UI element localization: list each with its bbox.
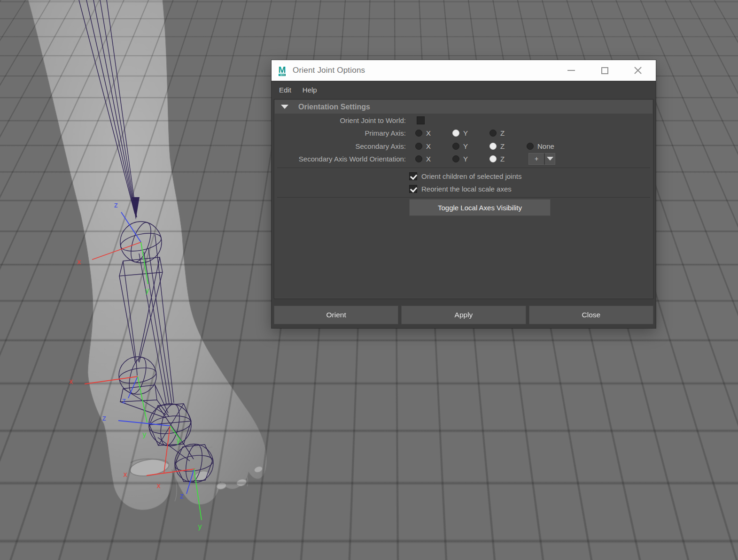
maximize-button[interactable] (595, 62, 614, 78)
primary-axis-x[interactable]: X (415, 129, 452, 137)
checkbox-label: Reorient the local scale axes (421, 185, 512, 193)
axis-label-z: z (114, 202, 118, 209)
collapse-arrow-icon (281, 105, 288, 109)
secondary-axis-y[interactable]: Y (452, 142, 489, 150)
sign-dropdown-value[interactable]: + (528, 153, 544, 165)
world-orientation-z[interactable]: Z (489, 155, 527, 163)
axis-label-y: y (145, 287, 149, 294)
sign-dropdown[interactable]: + (528, 153, 555, 165)
axis-label-x: x (123, 471, 127, 478)
radio-label: None (537, 142, 554, 150)
dialog-menubar: Edit Help (272, 81, 656, 99)
radio-button[interactable] (489, 155, 497, 162)
primary-axis-y[interactable]: Y (452, 129, 489, 137)
minimize-button[interactable] (562, 62, 581, 78)
radio-button[interactable] (452, 143, 459, 150)
orient-button[interactable]: Orient (274, 306, 398, 324)
secondary-axis-x[interactable]: X (415, 142, 452, 150)
radio-button[interactable] (415, 155, 422, 162)
row-orient-joint-to-world: Orient Joint to World: (274, 115, 653, 126)
field-label: Orient Joint to World: (274, 116, 411, 124)
primary-axis-z[interactable]: Z (489, 129, 527, 137)
row-primary-axis: Primary Axis: X Y Z (274, 127, 653, 138)
row-secondary-axis: Secondary Axis: X Y Z None (274, 140, 653, 152)
radio-button[interactable] (527, 143, 534, 150)
field-label: Primary Axis: (274, 129, 411, 137)
toggle-local-axes-button[interactable]: Toggle Local Axes Visibility (409, 199, 551, 216)
secondary-axis-z[interactable]: Z (489, 142, 527, 150)
window-title: Orient Joint Options (293, 66, 365, 75)
chevron-down-icon (547, 157, 553, 161)
orient-joint-options-window: M MAYA Orient Joint Options Edit Help Or… (272, 60, 656, 328)
maximize-icon (601, 67, 608, 74)
axis-label-z: z (102, 415, 106, 422)
svg-text:MAYA: MAYA (280, 74, 285, 76)
sign-dropdown-arrow[interactable] (544, 153, 555, 165)
radio-label: Z (500, 155, 505, 163)
world-orientation-y[interactable]: Y (452, 155, 489, 163)
radio-button[interactable] (452, 130, 459, 137)
radio-button[interactable] (452, 155, 459, 162)
row-orient-children[interactable]: Orient children of selected joints (409, 171, 521, 181)
minimize-icon (567, 70, 575, 71)
axis-label-y: y (142, 431, 147, 438)
radio-label: Y (463, 155, 468, 163)
radio-label: Z (500, 142, 505, 150)
svg-text:M: M (279, 64, 286, 74)
divider (277, 197, 650, 198)
orient-world-checkbox[interactable] (417, 116, 425, 124)
radio-label: Y (463, 129, 468, 137)
axis-label-x: x (69, 378, 73, 385)
orient-children-checkbox[interactable] (409, 172, 417, 180)
maya-logo-icon: M MAYA (276, 64, 288, 77)
reorient-scale-checkbox[interactable] (409, 185, 417, 193)
axis-label-z: z (180, 493, 184, 500)
field-label: Secondary Axis: (274, 142, 411, 150)
axis-label-y: y (176, 437, 180, 445)
radio-button[interactable] (489, 143, 497, 150)
menu-help[interactable]: Help (297, 81, 323, 99)
checkbox-label: Orient children of selected joints (421, 172, 521, 180)
row-secondary-axis-world-orientation: Secondary Axis World Orientation: X Y Z … (274, 152, 653, 165)
section-orientation-settings[interactable]: Orientation Settings (275, 100, 653, 114)
axis-label-z: z (122, 398, 126, 405)
foot-model[interactable] (0, 0, 291, 560)
menu-edit[interactable]: Edit (273, 81, 297, 99)
radio-button[interactable] (415, 130, 422, 137)
divider (277, 168, 650, 168)
axis-label-x: x (156, 483, 161, 490)
close-button[interactable] (629, 62, 647, 78)
radio-label: Z (500, 129, 505, 137)
field-label: Secondary Axis World Orientation: (274, 155, 411, 163)
row-reorient-scale-axes[interactable]: Reorient the local scale axes (409, 184, 512, 193)
radio-label: Y (463, 142, 468, 150)
radio-label: X (426, 129, 431, 137)
dialog-footer: Orient Apply Close (272, 306, 656, 324)
radio-label: X (426, 155, 431, 163)
apply-button[interactable]: Apply (401, 306, 526, 324)
radio-button[interactable] (489, 130, 497, 137)
foot-mesh[interactable] (28, 0, 266, 510)
axis-label-x: x (77, 259, 81, 266)
world-orientation-x[interactable]: X (415, 155, 452, 163)
axis-label-y: y (198, 523, 202, 530)
window-titlebar[interactable]: M MAYA Orient Joint Options (272, 60, 656, 81)
options-panel: Orientation Settings Orient Joint to Wor… (274, 99, 653, 299)
secondary-axis-none[interactable]: None (527, 142, 572, 150)
maya-screen: z x y x z z y y x x z y M MAYA Or (0, 0, 738, 560)
radio-label: X (426, 142, 431, 150)
close-icon (634, 66, 642, 75)
close-button-footer[interactable]: Close (529, 306, 653, 324)
section-title: Orientation Settings (298, 103, 370, 111)
radio-button[interactable] (415, 143, 422, 150)
